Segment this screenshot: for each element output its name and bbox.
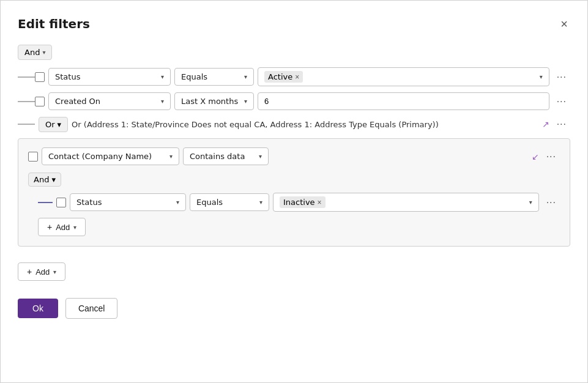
row2-value-input[interactable] [258,92,549,110]
or-expand-icon[interactable]: ↗ [542,119,549,129]
inner-and-badge[interactable]: And ▾ [28,173,61,187]
row1-operator-dropdown[interactable]: Equals ▾ [174,68,254,86]
row2-field-chevron: ▾ [161,98,164,105]
filters-area: Status ▾ Equals ▾ Active × ▾ ··· [18,67,570,253]
inner-and-label: And [34,175,49,184]
filter-row-1-content: Status ▾ Equals ▾ Active × ▾ ··· [35,67,570,86]
connector-line-1 [18,76,35,78]
group-operator-chevron: ▾ [259,153,262,160]
group-operator-dropdown[interactable]: Contains data ▾ [183,147,269,165]
root-operator-chevron: ▾ [42,49,45,56]
row1-operator-label: Equals [181,72,207,81]
row1-value-tag: Active × [264,71,303,83]
inner-add-label: Add [56,223,70,232]
inner-row-tag-text: Inactive [283,198,315,207]
main-add-button[interactable]: + Add ▾ [18,262,65,281]
main-add-plus: + [27,267,32,277]
filter-row-2: Created On ▾ Last X months ▾ ··· [18,92,570,110]
inner-add-wrapper: + Add ▾ [38,218,560,236]
row2-operator-label: Last X months [181,97,238,106]
inner-row-checkbox[interactable] [56,198,66,207]
or-row: Or ▾ Or (Address 1: State/Province Does … [18,116,570,132]
row1-value-chevron: ▾ [540,73,543,80]
or-row-text: Or (Address 1: State/Province Does not e… [72,120,538,129]
or-connector-line [18,124,35,125]
main-add-label: Add [35,267,50,277]
inner-filter-row-content: Status ▾ Equals ▾ Inactive × ▾ [56,193,560,212]
inner-row-tag-close[interactable]: × [318,199,322,206]
or-badge-chevron: ▾ [58,120,62,129]
or-badge[interactable]: Or ▾ [39,117,68,132]
group-field-dropdown[interactable]: Contact (Company Name) ▾ [42,147,179,165]
dialog-header: Edit filters × [18,15,570,32]
group-header: Contact (Company Name) ▾ Contains data ▾… [28,147,560,165]
filter-row-2-content: Created On ▾ Last X months ▾ ··· [35,92,570,110]
inner-add-chevron: ▾ [73,224,76,231]
row2-operator-chevron: ▾ [244,98,247,105]
inner-add-button[interactable]: + Add ▾ [38,218,86,236]
inner-row-more-button[interactable]: ··· [543,195,560,210]
group-field-chevron: ▾ [169,153,173,160]
group-checkbox[interactable] [28,152,38,162]
group-container: Contact (Company Name) ▾ Contains data ▾… [18,138,570,247]
inner-filter-row: Status ▾ Equals ▾ Inactive × ▾ [28,193,560,212]
group-field-label: Contact (Company Name) [48,152,152,161]
inner-row-value-field[interactable]: Inactive × ▾ [273,193,539,212]
row1-field-label: Status [55,72,80,81]
inner-add-plus: + [47,222,52,232]
inner-and-chevron: ▾ [51,175,56,184]
or-more-button[interactable]: ··· [553,116,570,132]
main-add-chevron: ▾ [53,269,56,275]
row1-field-chevron: ▾ [161,73,164,80]
row1-tag-text: Active [268,72,292,81]
root-operator-badge[interactable]: And ▾ [18,45,52,60]
row2-field-label: Created On [55,97,100,106]
row1-operator-chevron: ▾ [244,73,247,80]
row1-value-field[interactable]: Active × ▾ [258,67,549,86]
dialog-title: Edit filters [18,17,90,31]
inner-connector-line [38,202,53,203]
dialog-footer: Ok Cancel [18,298,570,319]
root-operator-label: And [24,48,40,57]
bottom-area: + Add ▾ [18,262,570,281]
group-more-button[interactable]: ··· [543,149,560,165]
inner-row-operator-chevron: ▾ [259,199,262,206]
row2-operator-dropdown[interactable]: Last X months ▾ [174,92,254,110]
inner-row-value-tag: Inactive × [280,196,326,208]
cancel-button[interactable]: Cancel [65,298,118,319]
inner-row-operator-label: Equals [196,198,223,207]
ok-button[interactable]: Ok [18,299,58,318]
inner-row-value-chevron: ▾ [529,199,532,206]
row1-more-button[interactable]: ··· [553,69,570,85]
row2-more-button[interactable]: ··· [553,94,570,110]
inner-row-field-dropdown[interactable]: Status ▾ [70,193,186,211]
close-button[interactable]: × [558,15,570,32]
row1-field-dropdown[interactable]: Status ▾ [48,68,171,86]
group-operator-label: Contains data [190,152,245,161]
filter-row-1: Status ▾ Equals ▾ Active × ▾ ··· [18,67,570,86]
connector-line-2 [18,101,35,102]
group-collapse-icon[interactable]: ↙ [532,152,539,162]
row2-field-dropdown[interactable]: Created On ▾ [48,92,171,110]
or-badge-label: Or [45,120,55,129]
inner-row-field-chevron: ▾ [176,199,179,206]
row1-tag-close[interactable]: × [295,73,299,81]
row1-checkbox[interactable] [35,72,45,82]
inner-row-operator-dropdown[interactable]: Equals ▾ [190,193,269,211]
edit-filters-dialog: Edit filters × And ▾ Status ▾ Equals ▾ [0,0,588,383]
row2-checkbox[interactable] [35,97,45,106]
inner-row-field-label: Status [76,198,102,207]
